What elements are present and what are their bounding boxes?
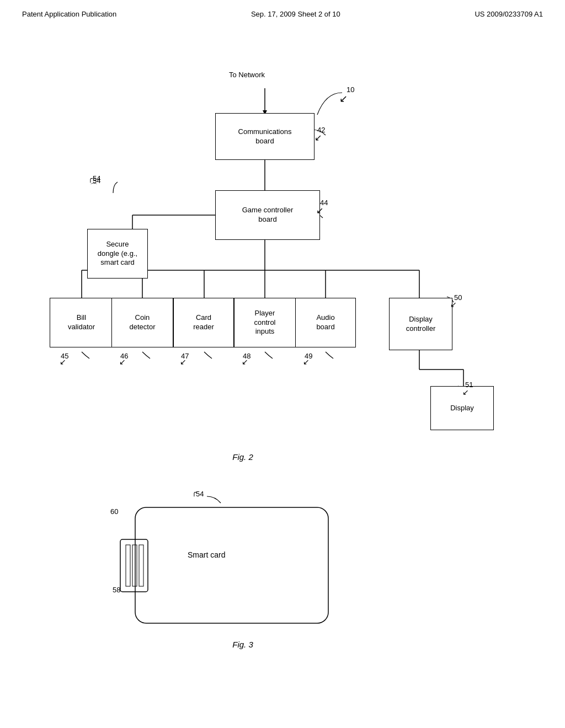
ref-54-leader: ╭54 bbox=[88, 174, 100, 183]
player-control-box: Playercontrolinputs bbox=[234, 298, 296, 347]
svg-rect-16 bbox=[135, 507, 328, 623]
display-controller-box: Displaycontroller bbox=[389, 298, 452, 350]
fig2-diagram: To Network 10 ↙ Communicationsboard 42 ↙… bbox=[0, 33, 565, 513]
game-controller-board-label: Game controllerboard bbox=[242, 206, 293, 224]
svg-rect-20 bbox=[139, 545, 143, 586]
ref-44-arrow: ↙ bbox=[316, 205, 323, 216]
header-center: Sep. 17, 2009 Sheet 2 of 10 bbox=[251, 10, 340, 18]
fig3-lines bbox=[0, 480, 565, 728]
bill-validator-box: Billvalidator bbox=[50, 298, 113, 347]
ref-54-fig3-label: 54 bbox=[196, 490, 204, 498]
ref-46-arrow: ↙ bbox=[119, 357, 126, 366]
coin-detector-label: Coindetector bbox=[130, 313, 156, 332]
fig3-diagram: 54 ╭ 60 58 Smart card Fig. 3 bbox=[0, 480, 565, 728]
fig2-caption: Fig. 2 bbox=[188, 452, 298, 462]
ref-50-arrow: ↙ bbox=[450, 300, 457, 309]
ref-49-arrow: ↙ bbox=[303, 357, 310, 366]
audio-board-label: Audioboard bbox=[316, 313, 334, 332]
communications-board-label: Communicationsboard bbox=[238, 127, 292, 146]
game-controller-board-box: Game controllerboard bbox=[215, 190, 320, 240]
audio-board-box: Audioboard bbox=[295, 298, 356, 347]
smart-card-label: Smart card bbox=[188, 550, 225, 559]
ref-60: 60 bbox=[110, 507, 118, 516]
card-reader-box: Cardreader bbox=[173, 298, 234, 347]
svg-rect-19 bbox=[132, 545, 137, 586]
svg-rect-18 bbox=[126, 545, 130, 586]
ref-47-arrow: ↙ bbox=[180, 357, 186, 366]
header-left: Patent Application Publication bbox=[22, 10, 116, 18]
ref-54-fig2-mark: ⌒ bbox=[90, 182, 98, 192]
diagram-lines bbox=[0, 33, 565, 513]
ref-48-arrow: ↙ bbox=[242, 357, 248, 366]
ref-58: 58 bbox=[113, 586, 120, 594]
ref-54-fig3-curve: ╭ bbox=[192, 488, 196, 496]
ref-45-arrow: ↙ bbox=[60, 357, 66, 366]
page-header: Patent Application Publication Sep. 17, … bbox=[0, 0, 565, 18]
ref-10: 10 bbox=[347, 85, 354, 94]
coin-detector-box: Coindetector bbox=[111, 298, 173, 347]
display-controller-label: Displaycontroller bbox=[406, 315, 435, 334]
card-reader-label: Cardreader bbox=[193, 313, 214, 332]
ref-10-arrow: ↙ bbox=[339, 93, 348, 105]
ref-51-arrow: ↙ bbox=[462, 388, 469, 397]
secure-dongle-box: Securedongle (e.g.,smart card bbox=[87, 229, 148, 279]
fig3-caption: Fig. 3 bbox=[188, 640, 298, 649]
bill-validator-label: Billvalidator bbox=[68, 313, 95, 332]
secure-dongle-label: Securedongle (e.g.,smart card bbox=[98, 240, 137, 268]
communications-board-box: Communicationsboard bbox=[215, 113, 315, 160]
ref-42-arrow: ↙ bbox=[315, 132, 322, 143]
player-control-label: Playercontrolinputs bbox=[254, 309, 275, 337]
network-label: To Network bbox=[229, 71, 265, 79]
header-right: US 2009/0233709 A1 bbox=[475, 10, 543, 18]
display-label: Display bbox=[450, 404, 474, 413]
ref-54-fig3: 54 bbox=[196, 490, 204, 498]
